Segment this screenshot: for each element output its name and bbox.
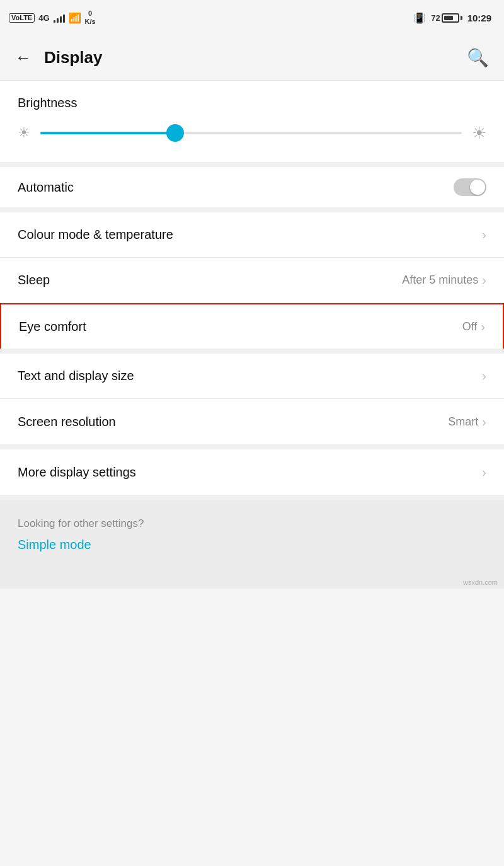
slider-fill xyxy=(40,132,175,134)
chevron-right-icon: › xyxy=(482,415,486,429)
app-bar-left: ← Display xyxy=(15,48,103,67)
status-left: VoLTE 4G 📶 0 K/s xyxy=(9,9,96,26)
more-display-settings-item[interactable]: More display settings › xyxy=(0,449,504,495)
automatic-row[interactable]: Automatic xyxy=(0,167,504,212)
sleep-value-text: After 5 minutes xyxy=(402,274,478,287)
automatic-label: Automatic xyxy=(18,180,74,195)
more-display-settings-label: More display settings xyxy=(18,465,136,480)
slider-track xyxy=(40,132,462,134)
automatic-toggle[interactable] xyxy=(454,178,486,196)
toggle-knob xyxy=(470,180,485,195)
status-bar: VoLTE 4G 📶 0 K/s 📳 72 10:29 xyxy=(0,0,504,35)
volte-badge: VoLTE xyxy=(9,13,35,23)
chevron-right-icon: › xyxy=(482,465,486,480)
more-section: More display settings › xyxy=(0,449,504,500)
screen-resolution-value: Smart › xyxy=(448,415,486,429)
eye-comfort-label: Eye comfort xyxy=(19,320,86,334)
chevron-right-icon: › xyxy=(482,273,486,287)
simple-mode-question: Looking for other settings? xyxy=(18,517,486,530)
eye-comfort-item[interactable]: Eye comfort Off › xyxy=(0,303,504,349)
sleep-value: After 5 minutes › xyxy=(402,273,486,287)
sleep-item[interactable]: Sleep After 5 minutes › xyxy=(0,258,504,303)
chevron-right-icon: › xyxy=(482,369,486,383)
colour-mode-item[interactable]: Colour mode & temperature › xyxy=(0,212,504,258)
search-icon[interactable]: 🔍 xyxy=(467,47,489,68)
screen-resolution-value-text: Smart xyxy=(448,415,478,429)
back-button[interactable]: ← xyxy=(15,48,32,67)
clock: 10:29 xyxy=(467,13,491,23)
chevron-right-icon: › xyxy=(481,320,485,334)
sun-small-icon: ☀ xyxy=(18,125,30,141)
more-display-settings-value: › xyxy=(482,465,486,480)
battery-percent: 72 xyxy=(431,13,440,23)
screen-resolution-label: Screen resolution xyxy=(18,415,116,429)
status-right: 📳 72 10:29 xyxy=(413,12,491,24)
watermark: wsxdn.com xyxy=(0,575,504,589)
battery-body xyxy=(442,13,459,23)
battery-icon: 72 xyxy=(431,13,462,23)
brightness-label: Brightness xyxy=(18,96,486,110)
network-type: 4G xyxy=(38,13,49,23)
brightness-section: Brightness ☀ ☀ xyxy=(0,81,504,167)
colour-mode-value: › xyxy=(482,228,486,242)
signal-icon xyxy=(54,13,65,23)
eye-comfort-value: Off › xyxy=(462,320,485,334)
page-title: Display xyxy=(44,48,103,67)
data-speed: 0 K/s xyxy=(85,9,96,26)
eye-comfort-value-text: Off xyxy=(462,320,478,333)
text-display-size-item[interactable]: Text and display size › xyxy=(0,354,504,399)
colour-mode-label: Colour mode & temperature xyxy=(18,228,173,242)
vibrate-icon: 📳 xyxy=(413,12,426,24)
text-display-size-value: › xyxy=(482,369,486,383)
simple-mode-card: Looking for other settings? Simple mode xyxy=(0,500,504,575)
battery-fill xyxy=(444,16,453,20)
list-section-1: Colour mode & temperature › Sleep After … xyxy=(0,212,504,354)
sleep-label: Sleep xyxy=(18,273,50,287)
list-section-2: Text and display size › Screen resolutio… xyxy=(0,354,504,449)
brightness-slider[interactable] xyxy=(40,122,462,144)
sun-large-icon: ☀ xyxy=(472,124,486,143)
slider-row: ☀ ☀ xyxy=(18,122,486,144)
wifi-icon: 📶 xyxy=(69,12,81,24)
text-display-size-label: Text and display size xyxy=(18,369,134,383)
content: Brightness ☀ ☀ Automatic Colour mode & t… xyxy=(0,81,504,589)
simple-mode-link[interactable]: Simple mode xyxy=(18,538,486,552)
screen-resolution-item[interactable]: Screen resolution Smart › xyxy=(0,399,504,444)
slider-thumb[interactable] xyxy=(166,124,184,142)
app-bar: ← Display 🔍 xyxy=(0,35,504,81)
chevron-right-icon: › xyxy=(482,228,486,242)
battery-tip xyxy=(461,16,462,20)
